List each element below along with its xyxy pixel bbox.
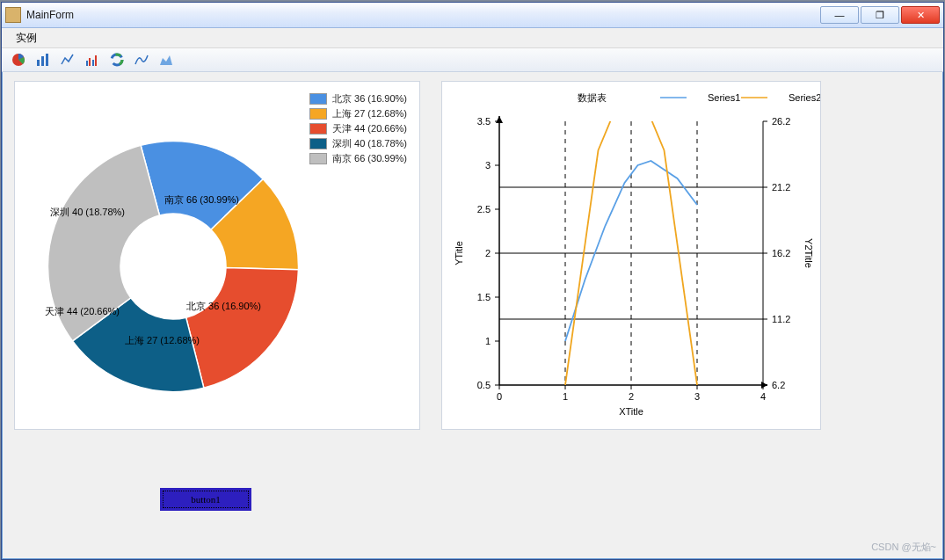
svg-rect-4 bbox=[86, 61, 88, 66]
svg-text:11.2: 11.2 bbox=[772, 314, 790, 324]
legend-label: 北京 36 (16.90%) bbox=[332, 92, 407, 105]
window-title: MainForm bbox=[26, 9, 820, 21]
pie-icon[interactable] bbox=[11, 52, 26, 68]
svg-text:Series2: Series2 bbox=[789, 92, 820, 103]
legend-label: 天津 44 (20.66%) bbox=[332, 122, 407, 135]
svg-marker-18 bbox=[496, 116, 503, 123]
client-area: 北京 36 (16.90%) 上海 27 (12.68%) 天津 44 (20.… bbox=[2, 72, 943, 439]
svg-text:2: 2 bbox=[629, 391, 634, 402]
svg-text:1: 1 bbox=[563, 391, 568, 402]
toolbar bbox=[2, 48, 943, 72]
svg-rect-1 bbox=[37, 60, 40, 66]
svg-text:YTitle: YTitle bbox=[454, 241, 464, 265]
svg-text:2.5: 2.5 bbox=[477, 204, 491, 215]
legend-label: 南京 66 (30.99%) bbox=[332, 152, 407, 165]
menu-bar: 实例 bbox=[2, 28, 943, 48]
maximize-button[interactable]: ❐ bbox=[861, 6, 899, 24]
close-button[interactable]: ✕ bbox=[901, 6, 940, 24]
curve-icon[interactable] bbox=[134, 52, 149, 68]
line-chart-panel: 数据表Series1Series201234XTitle0.511.522.53… bbox=[441, 81, 821, 430]
svg-text:Series1: Series1 bbox=[708, 92, 740, 103]
slice-label: 北京 36 (16.90%) bbox=[186, 300, 261, 313]
svg-text:4: 4 bbox=[760, 391, 766, 402]
donut-chart bbox=[41, 135, 305, 401]
svg-text:XTitle: XTitle bbox=[619, 406, 643, 417]
legend-item: 上海 27 (12.68%) bbox=[309, 107, 407, 120]
donut-chart-panel: 北京 36 (16.90%) 上海 27 (12.68%) 天津 44 (20.… bbox=[14, 81, 420, 430]
legend-label: 深圳 40 (18.78%) bbox=[332, 137, 407, 150]
legend-item: 北京 36 (16.90%) bbox=[309, 92, 407, 105]
svg-text:数据表: 数据表 bbox=[578, 92, 607, 103]
legend-item: 南京 66 (30.99%) bbox=[309, 152, 407, 165]
svg-rect-6 bbox=[92, 60, 94, 66]
button1[interactable]: button1 bbox=[160, 488, 251, 511]
slice-label: 南京 66 (30.99%) bbox=[164, 193, 239, 207]
svg-text:16.2: 16.2 bbox=[772, 248, 790, 258]
svg-text:26.2: 26.2 bbox=[772, 116, 790, 127]
window-controls: — ❐ ✕ bbox=[820, 6, 940, 24]
legend-item: 天津 44 (20.66%) bbox=[309, 122, 407, 135]
area-icon[interactable] bbox=[158, 52, 174, 68]
line-icon[interactable] bbox=[60, 52, 76, 68]
svg-rect-3 bbox=[46, 54, 48, 66]
app-window: MainForm — ❐ ✕ 实例 北京 36 (16.90%) 上海 27 (… bbox=[1, 2, 944, 560]
svg-text:1.5: 1.5 bbox=[477, 292, 491, 302]
bar-icon[interactable] bbox=[35, 52, 51, 68]
svg-rect-5 bbox=[89, 58, 91, 66]
svg-text:6.2: 6.2 bbox=[772, 380, 785, 390]
slice-label: 深圳 40 (18.78%) bbox=[50, 206, 125, 219]
legend-label: 上海 27 (12.68%) bbox=[332, 107, 407, 120]
watermark: CSDN @无焔~ bbox=[871, 541, 936, 554]
minimize-button[interactable]: — bbox=[820, 6, 859, 24]
svg-text:0.5: 0.5 bbox=[477, 380, 491, 390]
slice-label: 上海 27 (12.68%) bbox=[125, 334, 200, 347]
ring-icon[interactable] bbox=[109, 52, 125, 68]
donut-legend: 北京 36 (16.90%) 上海 27 (12.68%) 天津 44 (20.… bbox=[309, 92, 407, 167]
svg-rect-7 bbox=[95, 55, 97, 66]
app-icon bbox=[5, 7, 21, 23]
svg-text:21.2: 21.2 bbox=[772, 182, 790, 193]
svg-rect-2 bbox=[41, 56, 44, 66]
svg-text:3.5: 3.5 bbox=[477, 116, 491, 127]
svg-text:3: 3 bbox=[485, 160, 491, 171]
menu-examples[interactable]: 实例 bbox=[9, 29, 44, 47]
svg-text:3: 3 bbox=[694, 391, 700, 402]
multibar-icon[interactable] bbox=[84, 52, 100, 68]
svg-text:1: 1 bbox=[485, 336, 491, 346]
legend-item: 深圳 40 (18.78%) bbox=[309, 137, 407, 150]
svg-text:2: 2 bbox=[485, 248, 491, 258]
svg-text:Y2Title: Y2Title bbox=[803, 238, 814, 268]
svg-text:0: 0 bbox=[497, 391, 502, 402]
title-bar: MainForm — ❐ ✕ bbox=[2, 3, 943, 28]
slice-label: 天津 44 (20.66%) bbox=[45, 305, 120, 318]
